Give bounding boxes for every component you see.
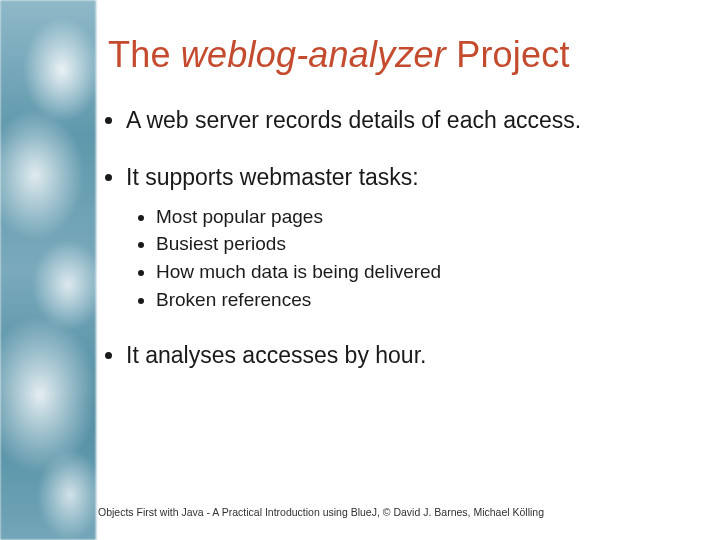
bullet-item: It analyses accesses by hour. <box>126 341 680 370</box>
sub-bullet-list: Most popular pages Busiest periods How m… <box>126 203 680 313</box>
bullet-text: It analyses accesses by hour. <box>126 342 426 368</box>
bullet-item: A web server records details of each acc… <box>126 106 680 135</box>
title-post: Project <box>446 34 570 75</box>
slide-content: The weblog-analyzer Project A web server… <box>0 0 720 540</box>
title-pre: The <box>108 34 181 75</box>
slide: The weblog-analyzer Project A web server… <box>0 0 720 540</box>
title-italic: weblog-analyzer <box>181 34 446 75</box>
sub-bullet-item: Broken references <box>156 286 680 314</box>
slide-footer: Objects First with Java - A Practical In… <box>98 506 544 518</box>
sub-bullet-item: How much data is being delivered <box>156 258 680 286</box>
slide-title: The weblog-analyzer Project <box>108 34 680 76</box>
sub-bullet-item: Busiest periods <box>156 230 680 258</box>
bullet-text: A web server records details of each acc… <box>126 107 581 133</box>
sub-bullet-item: Most popular pages <box>156 203 680 231</box>
bullet-list: A web server records details of each acc… <box>108 106 680 371</box>
bullet-item: It supports webmaster tasks: Most popula… <box>126 163 680 313</box>
bullet-text: It supports webmaster tasks: <box>126 164 419 190</box>
